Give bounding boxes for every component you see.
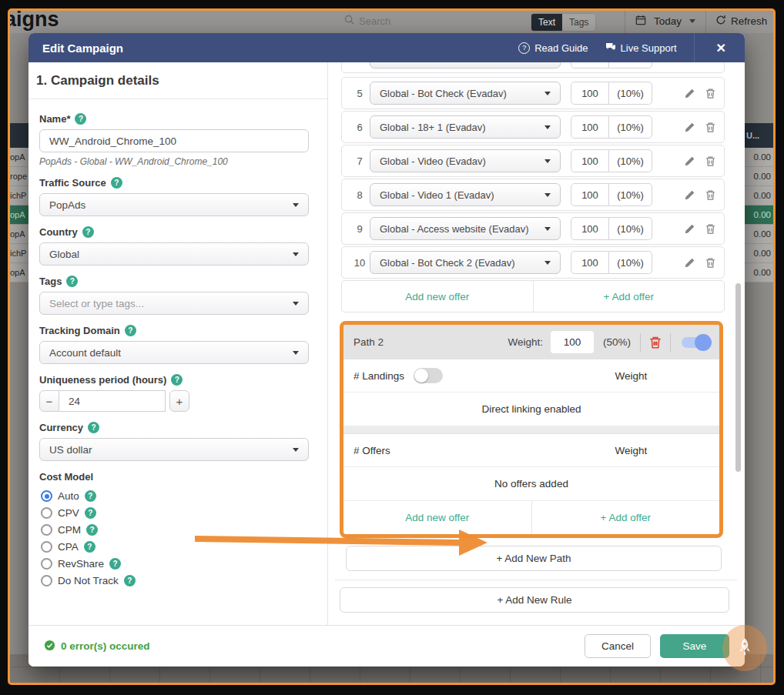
- offer-weight-field[interactable]: 100: [571, 183, 609, 206]
- app-screen: aigns Search Text Tags Today Refresh: [10, 11, 773, 683]
- delete-trash-icon[interactable]: [705, 223, 716, 235]
- help-icon[interactable]: ?: [85, 507, 96, 519]
- offer-weight-field[interactable]: 100: [571, 217, 609, 240]
- offer-weight-field[interactable]: 100: [571, 251, 609, 274]
- table-row: opA: [10, 225, 28, 244]
- chevron-down-icon: [544, 227, 551, 231]
- offer-percent: (10%): [609, 251, 652, 274]
- radio-revshare[interactable]: [41, 558, 52, 570]
- save-button[interactable]: Save: [660, 634, 729, 658]
- radio-cpv[interactable]: [41, 507, 52, 519]
- modal-scrollbar[interactable]: [735, 283, 741, 472]
- landings-toggle[interactable]: [414, 368, 443, 383]
- offer-row: 6 Global - 18+ 1 (Evadav) 100(10%): [341, 111, 725, 143]
- weight-column-header: Weight: [553, 445, 709, 456]
- support-widget[interactable]: [722, 625, 767, 671]
- offer-percent: (10%): [609, 217, 652, 240]
- edit-pencil-icon[interactable]: [684, 122, 695, 133]
- offer-select[interactable]: Global - 18+ 1 (Evadav): [370, 115, 561, 139]
- help-icon[interactable]: ?: [85, 490, 96, 502]
- delete-path-trash-icon[interactable]: [648, 336, 662, 349]
- currency-label: Currency: [39, 422, 83, 433]
- table-row-selected: opA: [10, 205, 28, 225]
- section-title: 1. Campaign details: [36, 73, 327, 99]
- country-label: Country: [39, 226, 78, 238]
- radio-donottrack[interactable]: [41, 575, 52, 586]
- help-icon[interactable]: ?: [88, 422, 99, 433]
- refresh-icon: [715, 15, 726, 28]
- help-icon[interactable]: ?: [82, 226, 94, 238]
- path-weight-label: Weight:: [508, 336, 543, 348]
- refresh-button[interactable]: Refresh: [715, 15, 767, 28]
- help-icon[interactable]: ?: [75, 113, 86, 125]
- tags-select[interactable]: Select or type tags...: [39, 292, 309, 315]
- add-new-path-button[interactable]: + Add New Path: [346, 546, 722, 571]
- help-icon[interactable]: ?: [111, 177, 122, 189]
- offer-select[interactable]: Global - Video 1 (Evadav): [370, 183, 561, 206]
- offer-select[interactable]: Global - Bot Check 2 (Evadav): [370, 251, 561, 274]
- help-icon[interactable]: ?: [84, 541, 95, 553]
- add-new-offer-link[interactable]: Add new offer: [343, 501, 531, 534]
- close-icon[interactable]: ✕: [712, 41, 731, 55]
- path-weight-field[interactable]: 100: [551, 331, 594, 353]
- offer-weight-field[interactable]: 100: [571, 149, 609, 172]
- delete-trash-icon[interactable]: [705, 155, 716, 167]
- offer-row-partial: [341, 62, 725, 74]
- date-range-selector[interactable]: Today: [635, 15, 695, 28]
- help-icon[interactable]: ?: [125, 325, 136, 336]
- offer-select[interactable]: Global - Bot Check (Evadav): [370, 82, 561, 105]
- decrement-button[interactable]: −: [39, 390, 59, 412]
- table-row: rope: [10, 167, 28, 186]
- path2-card: Path 2 Weight: 100 (50%) # Landings Weig…: [340, 321, 723, 538]
- chevron-down-icon: [689, 19, 695, 23]
- help-icon[interactable]: ?: [109, 558, 121, 570]
- refresh-label: Refresh: [731, 15, 767, 27]
- edit-pencil-icon[interactable]: [684, 189, 695, 201]
- delete-trash-icon[interactable]: [705, 189, 716, 201]
- tracking-domain-select[interactable]: Account default: [39, 341, 309, 364]
- offer-weight-field[interactable]: 100: [571, 115, 609, 139]
- currency-select[interactable]: US dollar: [39, 438, 309, 461]
- edit-pencil-icon[interactable]: [684, 155, 695, 167]
- offer-name: Global - Bot Check (Evadav): [380, 88, 507, 99]
- name-field[interactable]: WW_Android_Chrome_100: [39, 129, 309, 152]
- help-icon[interactable]: ?: [171, 374, 183, 386]
- add-new-offer-link[interactable]: Add new offer: [342, 281, 533, 312]
- search-icon: [344, 15, 354, 27]
- radio-cpm[interactable]: [41, 524, 52, 536]
- increment-button[interactable]: +: [169, 390, 189, 412]
- offer-select[interactable]: [370, 62, 561, 68]
- edit-pencil-icon[interactable]: [684, 88, 695, 99]
- delete-trash-icon[interactable]: [705, 88, 716, 99]
- radio-cpa[interactable]: [41, 541, 52, 553]
- add-offer-link[interactable]: + Add offer: [533, 281, 725, 312]
- text-toggle-button[interactable]: Text: [531, 14, 562, 31]
- uniqueness-field[interactable]: 24: [59, 390, 166, 412]
- table-row: opA: [10, 148, 28, 167]
- name-hint: PopAds - Global - WW_Android_Chrome_100: [39, 156, 309, 167]
- edit-pencil-icon[interactable]: [684, 257, 695, 269]
- cancel-button[interactable]: Cancel: [585, 634, 651, 658]
- chevron-down-icon: [293, 203, 299, 207]
- edit-pencil-icon[interactable]: [684, 223, 695, 235]
- add-offer-link[interactable]: + Add offer: [531, 501, 720, 534]
- add-new-rule-button[interactable]: + Add New Rule: [340, 587, 729, 613]
- delete-trash-icon[interactable]: [705, 122, 716, 133]
- offer-weight-field[interactable]: 100: [571, 82, 609, 105]
- search-input[interactable]: Search: [344, 15, 390, 27]
- read-guide-link[interactable]: ? Read Guide: [518, 42, 588, 54]
- offer-select[interactable]: Global - Video (Evadav): [370, 149, 561, 172]
- live-support-link[interactable]: Live Support: [605, 42, 677, 54]
- country-select[interactable]: Global: [39, 242, 309, 266]
- help-icon[interactable]: ?: [66, 276, 78, 287]
- traffic-source-select[interactable]: PopAds: [39, 193, 309, 216]
- offer-select[interactable]: Global - Access website (Evadav): [370, 217, 561, 240]
- radio-auto[interactable]: [41, 490, 52, 502]
- tags-toggle-button[interactable]: Tags: [562, 14, 595, 31]
- help-icon[interactable]: ?: [86, 524, 98, 536]
- radio-label: CPM: [58, 524, 81, 536]
- delete-trash-icon[interactable]: [705, 257, 716, 269]
- help-icon[interactable]: ?: [124, 575, 136, 586]
- background-table-left: opA rope ichP opA opA ichP opA: [10, 123, 28, 282]
- path-enabled-toggle[interactable]: [682, 337, 709, 348]
